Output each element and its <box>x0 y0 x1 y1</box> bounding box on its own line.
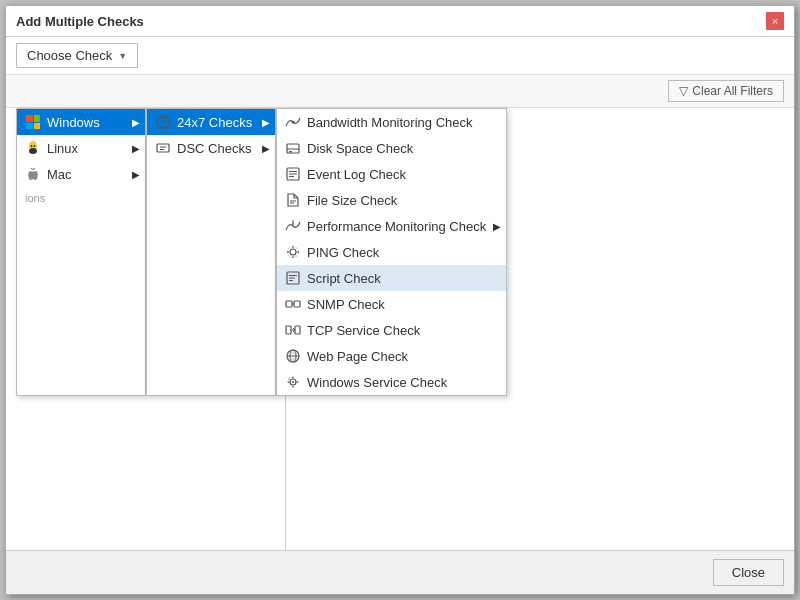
more-label: ions <box>25 192 45 204</box>
svg-line-6 <box>163 122 166 124</box>
specific-checks-menu: Bandwidth Monitoring Check Disk Space Ch… <box>276 108 507 396</box>
filesize-label: File Size Check <box>307 193 397 208</box>
svg-point-21 <box>292 223 294 225</box>
winservice-label: Windows Service Check <box>307 375 447 390</box>
svg-rect-32 <box>286 301 292 307</box>
filesize-icon <box>285 192 301 208</box>
tcp-label: TCP Service Check <box>307 323 420 338</box>
script-icon <box>285 270 301 286</box>
arrow-icon: ▶ <box>132 169 140 180</box>
arrow-icon: ▶ <box>132 117 140 128</box>
webpage-label: Web Page Check <box>307 349 408 364</box>
svg-rect-36 <box>295 326 300 334</box>
winservice-icon <box>285 374 301 390</box>
toolbar: Choose Check ▼ <box>6 37 794 75</box>
arrow-icon: ▶ <box>132 143 140 154</box>
choose-check-label: Choose Check <box>27 48 112 63</box>
svg-point-22 <box>290 249 296 255</box>
clear-filters-button[interactable]: ▽ Clear All Filters <box>668 80 784 102</box>
performance-icon <box>285 218 301 234</box>
disk-icon <box>285 140 301 156</box>
menu-item-performance[interactable]: Performance Monitoring Check ▶ <box>277 213 506 239</box>
clear-filters-label: Clear All Filters <box>692 84 773 98</box>
bandwidth-icon <box>285 114 301 130</box>
svg-rect-7 <box>157 144 169 152</box>
menu-item-ping[interactable]: PING Check <box>277 239 506 265</box>
svg-point-3 <box>34 145 36 147</box>
choose-check-button[interactable]: Choose Check ▼ <box>16 43 138 68</box>
dsc-label: DSC Checks <box>177 141 251 156</box>
24x7-label: 24x7 Checks <box>177 115 252 130</box>
content-top-bar: ▽ Clear All Filters <box>6 75 794 108</box>
menu-item-bandwidth[interactable]: Bandwidth Monitoring Check <box>277 109 506 135</box>
arrow-icon: ▶ <box>262 143 270 154</box>
menu-item-script[interactable]: Script Check <box>277 265 506 291</box>
dialog-close-button[interactable]: × <box>766 12 784 30</box>
ping-icon <box>285 244 301 260</box>
linux-label: Linux <box>47 141 78 156</box>
script-label: Script Check <box>307 271 381 286</box>
menu-item-windows[interactable]: Windows ▶ <box>17 109 145 135</box>
os-menu: Windows ▶ Linux <box>16 108 146 396</box>
dropdown-container: Windows ▶ Linux <box>16 108 507 396</box>
ping-label: PING Check <box>307 245 379 260</box>
menu-item-winservice[interactable]: Windows Service Check <box>277 369 506 395</box>
check-groups-menu: 24x7 Checks ▶ DSC Checks <box>146 108 276 396</box>
svg-point-23 <box>288 247 299 258</box>
menu-item-tcp[interactable]: TCP Service Check <box>277 317 506 343</box>
performance-label: Performance Monitoring Check <box>307 219 486 234</box>
add-multiple-checks-dialog: Add Multiple Checks × Choose Check ▼ ▽ C… <box>5 5 795 595</box>
title-bar: Add Multiple Checks × <box>6 6 794 37</box>
menu-item-mac[interactable]: Mac ▶ <box>17 161 145 187</box>
close-dialog-button[interactable]: Close <box>713 559 784 586</box>
svg-rect-35 <box>286 326 291 334</box>
bottom-bar: Close <box>6 550 794 594</box>
menu-item-24x7[interactable]: 24x7 Checks ▶ <box>147 109 275 135</box>
menu-item-linux[interactable]: Linux ▶ <box>17 135 145 161</box>
svg-point-46 <box>292 381 294 383</box>
menu-item-filesize[interactable]: File Size Check <box>277 187 506 213</box>
chevron-down-icon: ▼ <box>118 51 127 61</box>
disk-label: Disk Space Check <box>307 141 413 156</box>
menu-item-webpage[interactable]: Web Page Check <box>277 343 506 369</box>
windows-label: Windows <box>47 115 100 130</box>
menu-item-disk[interactable]: Disk Space Check <box>277 135 506 161</box>
dialog-title: Add Multiple Checks <box>16 14 144 29</box>
snmp-label: SNMP Check <box>307 297 385 312</box>
arrow-icon: ▶ <box>262 117 270 128</box>
menu-item-eventlog[interactable]: Event Log Check <box>277 161 506 187</box>
main-content: Windows ▶ Linux <box>6 108 794 550</box>
svg-point-2 <box>31 145 33 147</box>
mac-label: Mac <box>47 167 72 182</box>
dsc-icon <box>155 140 171 156</box>
bandwidth-label: Bandwidth Monitoring Check <box>307 115 472 130</box>
tcp-icon <box>285 322 301 338</box>
svg-rect-33 <box>294 301 300 307</box>
arrow-icon: ▶ <box>493 221 501 232</box>
menu-item-more: ions <box>17 187 145 209</box>
snmp-icon <box>285 296 301 312</box>
eventlog-label: Event Log Check <box>307 167 406 182</box>
webpage-icon <box>285 348 301 364</box>
menu-item-dsc[interactable]: DSC Checks ▶ <box>147 135 275 161</box>
svg-point-10 <box>292 121 295 124</box>
windows-icon <box>25 114 41 130</box>
mac-icon <box>25 166 41 182</box>
filter-icon: ▽ <box>679 84 688 98</box>
clock-icon <box>155 114 171 130</box>
menu-item-snmp[interactable]: SNMP Check <box>277 291 506 317</box>
eventlog-icon <box>285 166 301 182</box>
linux-icon <box>25 140 41 156</box>
svg-point-1 <box>29 148 37 154</box>
content-area: ▽ Clear All Filters Windows ▶ <box>6 75 794 550</box>
svg-rect-13 <box>289 151 292 153</box>
